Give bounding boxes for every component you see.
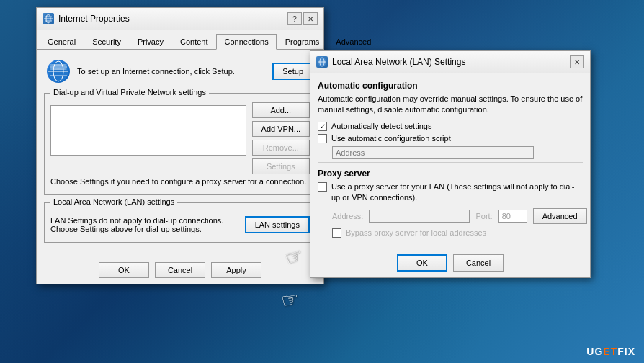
globe-icon xyxy=(47,60,70,83)
proxy-address-input[interactable] xyxy=(369,210,470,223)
add-vpn-button[interactable]: Add VPN... xyxy=(252,121,310,137)
auto-detect-checkbox[interactable] xyxy=(318,122,327,131)
lan-titlebar-left: Local Area Network (LAN) Settings xyxy=(316,56,465,68)
lan-group: Local Area Network (LAN) settings LAN Se… xyxy=(44,202,316,243)
dialup-buttons: Add... Add VPN... Remove... Settings xyxy=(252,102,310,174)
auto-detect-row: Automatically detect settings xyxy=(318,122,583,131)
settings-button[interactable]: Settings xyxy=(252,158,310,174)
remove-button[interactable]: Remove... xyxy=(252,140,310,156)
lan-settings-title: Local Area Network (LAN) Settings xyxy=(332,57,465,67)
lan-ok-button[interactable]: OK xyxy=(397,254,447,272)
proxy-heading: Proxy server xyxy=(318,169,583,179)
port-label: Port: xyxy=(475,212,492,220)
tab-advanced[interactable]: Advanced xyxy=(328,34,379,50)
title-controls: ? ✕ xyxy=(287,12,318,25)
bypass-proxy-row: Bypass proxy server for local addresses xyxy=(332,228,583,238)
watermark-highlight: ET xyxy=(603,346,617,357)
tab-bar: General Security Privacy Content Connect… xyxy=(37,30,323,50)
proxy-section: Proxy server Use a proxy server for your… xyxy=(318,169,583,238)
lan-group-title: Local Area Network (LAN) settings xyxy=(50,197,177,206)
tab-content[interactable]: Content xyxy=(172,34,216,50)
list-buttons-row: Add... Add VPN... Remove... Settings xyxy=(50,102,310,174)
internet-properties-titlebar: Internet Properties ? ✕ xyxy=(37,8,323,30)
watermark-prefix: UG xyxy=(586,346,603,357)
use-proxy-label: Use a proxy server for your LAN (These s… xyxy=(331,182,583,204)
address-field-row xyxy=(332,146,583,159)
tab-security[interactable]: Security xyxy=(84,34,129,50)
dialup-list[interactable] xyxy=(50,105,246,156)
setup-description: To set up an Internet connection, click … xyxy=(77,67,265,76)
setup-button[interactable]: Setup xyxy=(272,63,313,80)
bypass-proxy-checkbox[interactable] xyxy=(332,228,341,238)
advanced-button[interactable]: Advanced xyxy=(533,208,587,224)
lan-settings-button[interactable]: LAN settings xyxy=(245,216,310,233)
lan-settings-dialog: Local Area Network (LAN) Settings ✕ Auto… xyxy=(310,50,591,278)
cancel-button[interactable]: Cancel xyxy=(155,262,205,278)
lan-settings-footer: OK Cancel xyxy=(310,248,590,277)
use-proxy-checkbox[interactable] xyxy=(318,182,327,192)
internet-properties-footer: OK Cancel Apply xyxy=(37,256,323,284)
bypass-proxy-label: Bypass proxy server for local addresses xyxy=(346,228,486,237)
use-proxy-row: Use a proxy server for your LAN (These s… xyxy=(318,182,583,204)
auto-config-heading: Automatic configuration xyxy=(318,81,583,91)
apply-button[interactable]: Apply xyxy=(211,262,261,278)
lan-cancel-button[interactable]: Cancel xyxy=(453,254,504,272)
add-button[interactable]: Add... xyxy=(252,102,310,118)
tab-privacy[interactable]: Privacy xyxy=(130,34,171,50)
auto-detect-label: Automatically detect settings xyxy=(331,122,431,130)
tab-general[interactable]: General xyxy=(40,34,84,50)
auto-config-description: Automatic configuration may override man… xyxy=(318,94,583,116)
lan-titlebar: Local Area Network (LAN) Settings ✕ xyxy=(310,51,590,73)
help-button[interactable]: ? xyxy=(287,12,302,25)
dialup-group: Dial-up and Virtual Private Network sett… xyxy=(44,93,316,195)
dialup-group-title: Dial-up and Virtual Private Network sett… xyxy=(50,88,209,97)
tab-connections[interactable]: Connections xyxy=(216,34,276,50)
setup-section: To set up an Internet connection, click … xyxy=(44,57,316,86)
auto-config-script-checkbox[interactable] xyxy=(318,134,327,143)
address-label: Address: xyxy=(332,212,363,220)
lan-row: LAN Settings do not apply to dial-up con… xyxy=(50,213,310,236)
internet-icon xyxy=(43,13,54,24)
internet-properties-title: Internet Properties xyxy=(58,14,130,24)
internet-properties-content: To set up an Internet connection, click … xyxy=(37,50,323,256)
proxy-port-input[interactable] xyxy=(498,210,527,223)
lan-icon xyxy=(316,56,328,68)
dialup-content: Add... Add VPN... Remove... Settings Cho… xyxy=(50,102,310,186)
titlebar-left: Internet Properties xyxy=(43,13,130,24)
auto-config-script-label: Use automatic configuration script xyxy=(331,134,451,143)
lan-title-controls: ✕ xyxy=(570,55,584,68)
ok-button[interactable]: OK xyxy=(99,262,149,278)
lan-description: LAN Settings do not apply to dial-up con… xyxy=(50,216,239,233)
address-input[interactable] xyxy=(332,146,534,159)
watermark-suffix: FIX xyxy=(617,346,635,357)
tab-programs[interactable]: Programs xyxy=(277,34,328,50)
auto-config-script-row: Use automatic configuration script xyxy=(318,134,583,143)
lan-settings-content: Automatic configuration Automatic config… xyxy=(310,73,590,248)
close-button[interactable]: ✕ xyxy=(303,12,318,25)
choose-settings-text: Choose Settings if you need to configure… xyxy=(50,177,310,186)
watermark: UGETFIX xyxy=(586,346,635,357)
proxy-address-row: Address: Port: Advanced xyxy=(332,208,583,224)
internet-properties-dialog: Internet Properties ? ✕ General Security… xyxy=(36,7,324,284)
lan-close-button[interactable]: ✕ xyxy=(570,55,584,68)
